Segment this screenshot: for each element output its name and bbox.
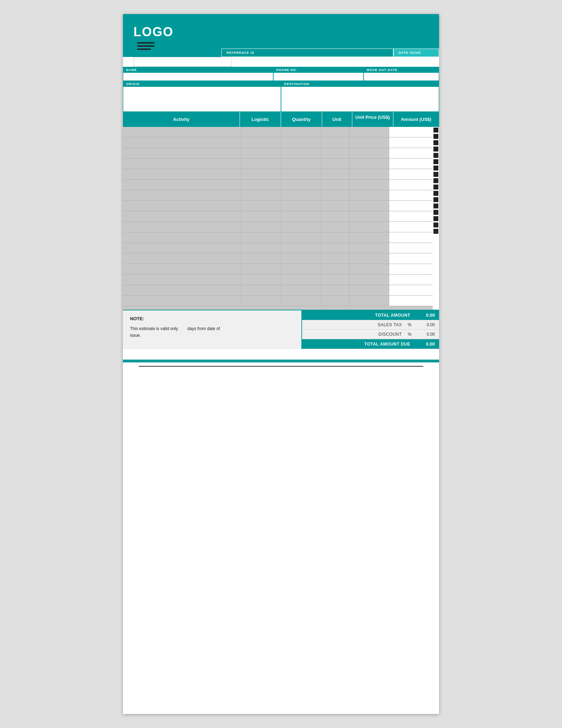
table-row	[123, 180, 433, 190]
total-due-row: TOTAL AMOUNT DUE 0.00	[302, 339, 439, 349]
footer-section: NOTE: This estimate is valid only days f…	[123, 310, 439, 349]
table-row	[123, 275, 433, 285]
origin-cell: ORIGIN	[123, 81, 281, 112]
address-strip-row	[123, 57, 439, 67]
moveout-label: MOVE OUT DATE	[364, 67, 439, 73]
date-issue-box: DATE ISSUE	[393, 49, 439, 57]
table-row	[123, 285, 433, 296]
totals-area: TOTAL AMOUNT 0.00 SALES TAX % 0.00 DISCO…	[302, 310, 439, 349]
col-header-unitprice: Unit Price (US$)	[352, 112, 393, 127]
document-wrapper: LOGO REFERENCE ID DATE ISSUE	[123, 14, 439, 714]
sales-tax-value: 0.00	[414, 322, 435, 327]
logo-text: LOGO	[133, 25, 214, 39]
table-body	[123, 127, 439, 310]
table-data-area	[123, 127, 433, 310]
table-row	[123, 232, 433, 243]
discount-value: 0.00	[414, 332, 435, 337]
discount-label: DISCOUNT	[306, 332, 405, 337]
bottom-teal-bar	[123, 360, 439, 362]
note-label: NOTE:	[130, 316, 294, 321]
sales-tax-row: SALES TAX % 0.00	[302, 320, 439, 330]
table-row	[123, 253, 433, 264]
address-strip-input[interactable]	[133, 57, 232, 67]
phone-label: PHONE NO.	[274, 67, 363, 73]
origin-value[interactable]	[123, 87, 281, 111]
header-top-bar	[123, 14, 439, 18]
reference-id-label: REFERENCE ID	[227, 51, 388, 54]
bottom-line	[139, 366, 423, 367]
total-amount-value: 0.00	[414, 313, 435, 318]
moveout-cell: MOVE OUT DATE	[364, 67, 439, 81]
total-amount-label: TOTAL AMOUNT	[306, 313, 414, 318]
total-amount-row: TOTAL AMOUNT 0.00	[302, 310, 439, 320]
origin-label: ORIGIN	[123, 81, 281, 87]
table-row	[123, 127, 433, 137]
discount-row: DISCOUNT % 0.00	[302, 330, 439, 339]
note-text-part1: This estimate is valid only	[130, 326, 178, 331]
col-header-logistic: Logistic	[240, 112, 281, 127]
origin-dest-row: ORIGIN DESTINATION	[123, 81, 439, 112]
table-row	[123, 264, 433, 275]
col-header-quantity: Quantity	[281, 112, 322, 127]
table-row	[123, 190, 433, 201]
table-row	[123, 169, 433, 180]
table-row	[123, 243, 433, 253]
phone-value[interactable]	[274, 73, 363, 80]
table-row	[123, 201, 433, 211]
table-row	[123, 137, 433, 148]
table-header: Activity Logistic Quantity Unit Unit Pri…	[123, 112, 439, 127]
phone-cell: PHONE NO.	[273, 67, 364, 81]
top-header-row: LOGO REFERENCE ID DATE ISSUE	[123, 18, 439, 57]
right-dashed-decoration	[433, 127, 439, 310]
total-due-value: 0.00	[414, 341, 435, 347]
header-right-column: REFERENCE ID DATE ISSUE	[221, 18, 439, 57]
destination-cell: DESTINATION	[281, 81, 439, 112]
discount-pct: %	[405, 332, 414, 337]
note-text: This estimate is valid only days from da…	[130, 326, 294, 339]
name-cell: NAME	[123, 67, 273, 81]
sales-tax-pct: %	[405, 322, 414, 327]
table-row	[123, 148, 433, 159]
destination-label: DESTINATION	[281, 81, 439, 87]
total-due-label: TOTAL AMOUNT DUE	[306, 342, 414, 347]
note-text-part3: issue.	[130, 333, 141, 338]
sales-tax-label: SALES TAX	[306, 322, 405, 327]
date-issue-label: DATE ISSUE	[399, 51, 434, 54]
address-strip-right	[235, 57, 439, 67]
col-header-amount: Amount (US$)	[393, 112, 439, 127]
moveout-value[interactable]	[364, 73, 439, 80]
col-header-activity: Activity	[123, 112, 240, 127]
reference-id-box: REFERENCE ID	[221, 49, 393, 57]
table-row	[123, 211, 433, 222]
table-row	[123, 222, 433, 232]
name-label: NAME	[123, 67, 273, 73]
note-area: NOTE: This estimate is valid only days f…	[123, 310, 302, 349]
logo-column: LOGO	[123, 18, 221, 57]
col-header-unit: Unit	[322, 112, 352, 127]
table-row	[123, 159, 433, 169]
hamburger-icon	[137, 42, 214, 50]
name-value[interactable]	[123, 73, 273, 80]
info-row: NAME PHONE NO. MOVE OUT DATE	[123, 67, 439, 81]
destination-value[interactable]	[281, 87, 439, 111]
note-text-part2: days from date of	[187, 326, 220, 331]
table-row	[123, 296, 433, 306]
ref-date-row: REFERENCE ID DATE ISSUE	[221, 49, 439, 57]
